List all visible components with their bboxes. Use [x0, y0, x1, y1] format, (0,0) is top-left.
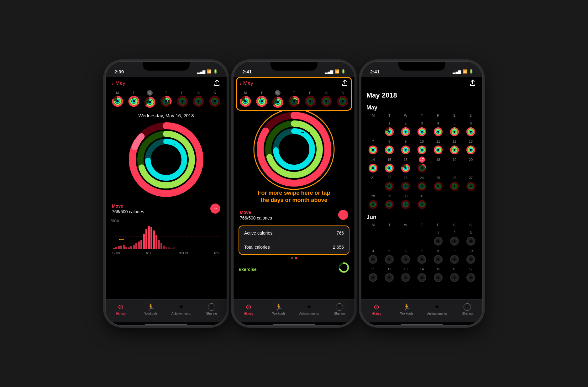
day-mon[interactable]: M — [112, 91, 123, 107]
tab-achievements-2[interactable]: ✦ Achievements — [294, 303, 324, 315]
back-button-2[interactable]: ‹ May — [240, 80, 253, 87]
home-indicator-3 — [401, 324, 443, 325]
tab-sharing-1[interactable]: S Sharing — [197, 303, 227, 315]
may-header: May — [366, 104, 477, 111]
svg-point-91 — [292, 100, 296, 103]
day-sun-2[interactable]: S — [337, 91, 348, 107]
svg-point-219 — [421, 167, 423, 170]
svg-point-279 — [470, 258, 472, 261]
svg-rect-50 — [130, 246, 132, 249]
tab-achievements-3[interactable]: ✦ Achievements — [422, 303, 452, 315]
svg-point-255 — [453, 240, 456, 243]
jun-header: Jun — [366, 214, 477, 220]
nav-header-1: ‹ May — [106, 77, 227, 89]
notch-2 — [270, 62, 318, 71]
svg-rect-65 — [168, 247, 170, 249]
history-label-1: History — [116, 312, 126, 315]
svg-point-288 — [404, 276, 407, 279]
day-wed-today[interactable]: W — [144, 90, 155, 108]
tab-workouts-3[interactable]: 🏃 Workouts — [392, 303, 422, 315]
week-strip-2: M T — [234, 89, 354, 110]
day-mon-2[interactable]: M — [240, 91, 251, 107]
day-sat-2[interactable]: S — [321, 91, 332, 107]
day-fri-2[interactable]: F — [305, 91, 316, 107]
main-content-2: →→ ↑ For more swipe here or tapthe days … — [234, 110, 354, 299]
svg-text:↑: ↑ — [165, 159, 167, 164]
may-week2: 7 8 — [365, 137, 479, 156]
tab-workouts-2[interactable]: 🏃 Workouts — [264, 303, 294, 315]
day-sat[interactable]: S — [193, 91, 204, 107]
exercise-ring — [338, 262, 349, 273]
tab-history-2[interactable]: ⊙ History — [234, 303, 264, 315]
signal-icon-3: ▂▄▆ — [453, 69, 461, 74]
annotation-text-2: For more swipe here or tapthe days or mo… — [247, 189, 341, 204]
cal-weekdays-may: M T W T F S S — [365, 113, 479, 118]
total-cal-value: 2,656 — [333, 245, 344, 250]
jun-week2: 4 5 6 — [365, 247, 479, 265]
may-week3: 14 15 — [365, 156, 479, 174]
dot-2 — [295, 257, 297, 259]
move-arrow-btn-2[interactable]: → — [338, 210, 348, 220]
tab-sharing-2[interactable]: S Sharing — [324, 303, 355, 315]
may-week1: 1 2 — [365, 119, 479, 137]
wifi-icon-3: 📶 — [463, 69, 467, 74]
workouts-icon-1: 🏃 — [147, 303, 155, 311]
svg-point-189 — [453, 149, 456, 151]
svg-point-258 — [470, 240, 472, 243]
day-tue-2[interactable]: T — [256, 91, 267, 107]
move-arrow-btn-1[interactable]: → — [210, 204, 220, 214]
svg-rect-45 — [118, 246, 120, 249]
share-button-3[interactable] — [469, 79, 476, 87]
day-sun[interactable]: S — [209, 91, 220, 107]
exercise-label-2: Exercise — [239, 267, 257, 272]
stats-rows-2: Active calories 766 Total calories 2,656 — [239, 225, 349, 255]
history-label-2: History — [244, 312, 254, 315]
svg-point-240 — [372, 203, 375, 206]
svg-point-237 — [470, 185, 472, 188]
sharing-icon-3: S — [464, 303, 471, 311]
svg-rect-63 — [163, 246, 165, 249]
total-cal-label: Total calories — [244, 245, 270, 250]
svg-point-197 — [470, 146, 471, 147]
svg-point-209 — [388, 167, 391, 170]
svg-point-264 — [388, 258, 391, 261]
svg-rect-59 — [153, 231, 155, 249]
back-chevron-2: ‹ — [240, 80, 242, 87]
svg-point-261 — [372, 258, 375, 261]
screen-2: ‹ May M — [234, 77, 354, 325]
svg-point-32 — [213, 100, 217, 103]
history-label-3: History — [372, 312, 381, 315]
svg-text:→→: →→ — [300, 129, 311, 135]
svg-rect-58 — [150, 227, 152, 249]
svg-point-276 — [453, 258, 456, 261]
svg-point-100 — [341, 100, 344, 103]
tab-achievements-1[interactable]: ✦ Achievements — [166, 303, 197, 315]
back-label-1: May — [115, 80, 125, 87]
phone-1: 2:39 ▂▄▆ 📶 🔋 ‹ May M — [105, 61, 227, 326]
tab-workouts-1[interactable]: 🏃 Workouts — [136, 303, 166, 315]
svg-point-94 — [308, 100, 312, 103]
phone-3: 2:41 ▂▄▆ 📶 🔋 May 2018 May M T W T — [361, 61, 483, 326]
sharing-label-3: Sharing — [462, 312, 473, 315]
svg-point-130 — [421, 130, 423, 133]
chart-time-3: NOON — [179, 252, 188, 255]
status-icons-1: ▂▄▆ 📶 🔋 — [197, 69, 218, 74]
share-button-2[interactable] — [341, 79, 348, 87]
day-fri[interactable]: F — [177, 91, 188, 107]
back-button-1[interactable]: ‹ May — [112, 80, 125, 87]
svg-point-203 — [372, 167, 375, 170]
cal-weekdays-jun: M T W T F S S — [365, 222, 479, 227]
time-1: 2:39 — [114, 69, 124, 74]
tab-history-1[interactable]: ⊙ History — [106, 303, 136, 315]
share-button-1[interactable] — [213, 79, 220, 87]
main-content-1: Wednesday, May 16, 2018 → — [106, 110, 227, 299]
svg-rect-48 — [125, 247, 127, 249]
home-indicator-1 — [145, 324, 187, 325]
tab-sharing-3[interactable]: S Sharing — [452, 303, 483, 315]
day-tue[interactable]: T — [128, 91, 139, 107]
day-wed-2[interactable]: W — [272, 90, 283, 108]
day-thu[interactable]: T — [160, 91, 172, 107]
day-thu-2[interactable]: T — [288, 91, 300, 107]
tab-history-3[interactable]: ⊙ History — [361, 303, 392, 315]
svg-text:↑: ↑ — [296, 139, 298, 144]
